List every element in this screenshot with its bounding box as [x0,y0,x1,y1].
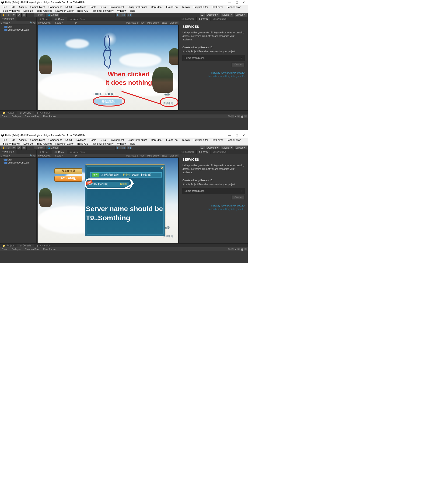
scene-tab[interactable]: ⊞ Scene [37,17,52,21]
close-button[interactable]: ✕ [242,1,245,4]
play-button[interactable]: ▶ [116,146,121,150]
clear-button[interactable]: Clear [1,115,8,118]
hierarchy-item-dontdestroy[interactable]: DontDestroyOnLoad [0,28,36,31]
menu-scene[interactable]: SceneEditor [225,138,242,142]
menu-file[interactable]: File [1,5,9,9]
animation-tab[interactable]: ⏵ Animation [34,111,53,114]
maximize-toggle[interactable]: Maximize on Play [126,154,144,157]
gizmos-toggle[interactable]: Gizmos [170,21,178,24]
navigation-tab[interactable]: ⊞ Navigation [210,150,229,154]
menu-navmesh[interactable]: NavMesh [74,138,88,142]
scene-tab[interactable]: ⊞ Scene [37,150,52,154]
project-tab[interactable]: 📁 Project [0,244,17,247]
rect-tool-icon[interactable]: ▭ [21,13,27,17]
create-button[interactable]: Create [231,195,245,200]
org-dropdown[interactable]: Select organization▾ [182,188,245,194]
menu-buildandroid[interactable]: Build Android [35,9,54,13]
layout-dropdown[interactable]: Layout [234,13,247,17]
menu-scene[interactable]: SceneEditor [225,5,242,9]
menu-help[interactable]: Help [128,142,138,146]
info-icon[interactable]: ⓘ [228,247,231,251]
console-tab[interactable]: 🖥 Console [17,111,34,114]
hand-tool-icon[interactable]: ✋ [1,13,6,17]
menu-navmesheditor[interactable]: NavMesh Editor [53,142,75,146]
menu-ectype[interactable]: EctypeEditor [192,5,210,9]
pivot-button[interactable]: •• Pivot [34,13,45,17]
menu-environment[interactable]: Environment [108,5,126,9]
collapse-button[interactable]: Collapse [11,115,22,118]
layers-dropdown[interactable]: Layers [221,146,233,150]
menu-exendtool[interactable]: ExendTool [164,5,180,9]
existing-ads-link[interactable]: I already have a Unity Ads game ID [182,75,245,78]
warn-icon[interactable]: ▲ [234,248,237,251]
global-button[interactable]: 🌐 Global [45,13,60,17]
menu-plot[interactable]: PlotEditor [210,138,225,142]
error-icon[interactable]: ⬤ [241,248,243,251]
stats-toggle[interactable]: Stats [161,154,167,157]
layout-dropdown[interactable]: Layout [234,146,247,150]
game-tab[interactable]: 🎮 Game [52,17,67,21]
cloud-icon[interactable]: ☁ [200,146,205,150]
error-pause-button[interactable]: Error Pause [42,115,56,118]
hierarchy-item-login[interactable]: login [0,25,36,28]
menu-file[interactable]: File [1,138,9,142]
org-dropdown[interactable]: Select organization▾ [182,55,245,61]
step-button[interactable]: ▶❚ [127,13,132,17]
inspector-tab[interactable]: ⓘ Inspector [179,17,197,21]
menu-buildios[interactable]: Build iOS [76,9,90,13]
mute-toggle[interactable]: Mute audio [147,154,159,157]
menu-tools[interactable]: Tools [88,138,98,142]
aspect-dropdown[interactable]: Free Aspect [38,21,50,24]
menu-slua[interactable]: SLua [98,5,108,9]
menu-gameobject[interactable]: GameObject [28,5,47,9]
menu-hanging[interactable]: HangingPointUtility [90,9,115,13]
menu-plot[interactable]: PlotEditor [210,5,225,9]
menu-localize[interactable]: Localize [21,142,34,146]
rotate-tool-icon[interactable]: ↻ [11,13,16,17]
menu-component[interactable]: Component [46,138,63,142]
scale-tool-icon[interactable]: ⤢ [16,13,21,17]
error-pause-button[interactable]: Error Pause [42,248,56,251]
account-dropdown[interactable]: Account [206,146,220,150]
menu-mapeditor[interactable]: MapEditor [149,5,164,9]
search-all[interactable]: All [33,21,35,24]
existing-project-link[interactable]: I already have a Unity Project ID [182,71,245,74]
services-tab[interactable]: Services [197,17,210,21]
create-dropdown[interactable]: Create [1,21,8,24]
maximize-toggle[interactable]: Maximize on Play [126,21,144,24]
warn-icon[interactable]: ▲ [234,115,237,118]
menu-localize[interactable]: Localize [21,9,34,13]
game-tab[interactable]: 🎮 Game [52,150,67,154]
services-tab[interactable]: Services [197,150,210,154]
menu-environment[interactable]: Environment [108,138,126,142]
global-button[interactable]: 🌐 Global [45,146,60,150]
maximize-button[interactable]: ☐ [235,1,238,4]
hierarchy-tab[interactable]: ≡ Hierarchy [0,17,17,21]
menu-ectype[interactable]: EctypeEditor [192,138,210,142]
menu-component[interactable]: Component [46,5,63,9]
move-tool-icon[interactable]: ✥ [6,146,11,150]
hierarchy-tab[interactable]: ≡ Hierarchy [0,150,17,154]
existing-project-link[interactable]: I already have a Unity Project ID [182,204,245,207]
inspector-tab[interactable]: ⓘ Inspector [179,150,197,154]
clear-button[interactable]: Clear [1,248,8,251]
menu-help[interactable]: Help [128,9,138,13]
error-icon[interactable]: ⬤ [241,115,243,118]
minimize-button[interactable]: — [228,134,231,137]
layers-dropdown[interactable]: Layers [221,13,233,17]
mute-toggle[interactable]: Mute audio [147,21,159,24]
close-button[interactable]: ✕ [242,134,245,137]
menu-navmesh[interactable]: NavMesh [74,5,88,9]
console-tab[interactable]: 🖥 Console [17,244,34,247]
menu-crazybird[interactable]: CrazyBirdEditors [126,138,149,142]
menu-terrain[interactable]: Terrain [180,138,192,142]
menu-tools[interactable]: Tools [88,5,98,9]
menu-buildwin[interactable]: Build Windows [1,9,21,13]
create-dropdown[interactable]: Create [1,154,8,157]
stats-toggle[interactable]: Stats [161,21,167,24]
asset-store-tab[interactable]: 🛍 Asset Store [68,17,89,21]
aspect-dropdown[interactable]: Free Aspect [38,154,50,157]
cloud-icon[interactable]: ☁ [200,13,205,17]
scale-tool-icon[interactable]: ⤢ [16,146,21,150]
all-servers-button[interactable]: 所有服务器 [54,168,82,174]
